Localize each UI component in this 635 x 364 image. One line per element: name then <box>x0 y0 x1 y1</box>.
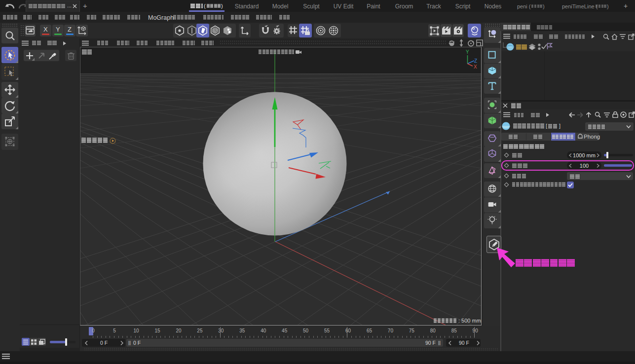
svg-text:Y: Y <box>466 49 469 55</box>
svg-text:Z: Z <box>474 58 477 64</box>
svg-text:X: X <box>474 64 477 69</box>
